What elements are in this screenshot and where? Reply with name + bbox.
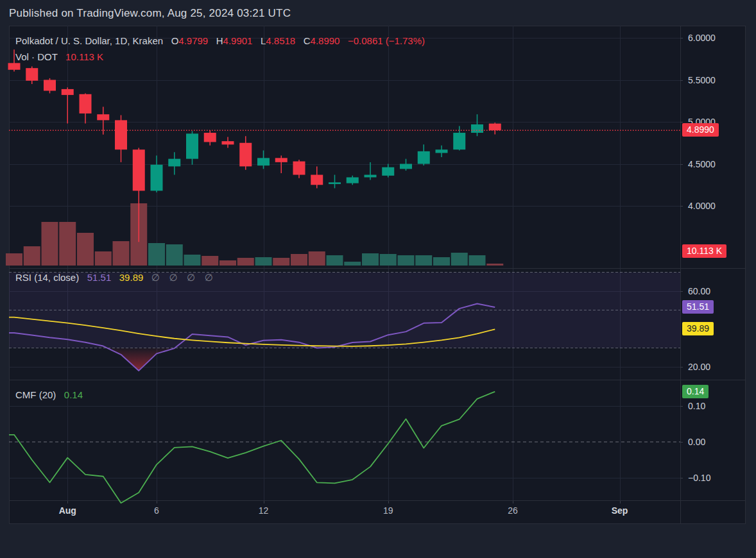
- time-axis-label[interactable]: 26: [508, 505, 518, 516]
- last-volume-badge: 10.113 K: [682, 244, 726, 258]
- rsi-empty-marker: ∅: [205, 272, 214, 283]
- rsi-axis-label: 60.00: [688, 285, 710, 297]
- rsi-ma-value: 39.89: [119, 272, 144, 283]
- price-axis-label: 6.0000: [688, 32, 716, 44]
- price-axis-label: 4.0000: [688, 200, 716, 212]
- rsi-empty-marker: ∅: [151, 272, 160, 283]
- price-axis-label: 4.5000: [688, 158, 716, 170]
- ohlc-high-label: H: [216, 35, 223, 46]
- rsi-empty-marker: ∅: [187, 272, 196, 283]
- cmf-axis-label: −0.10: [688, 472, 710, 484]
- ohlc-close-label: C: [304, 35, 311, 46]
- cmf-value: 0.14: [64, 389, 83, 400]
- published-header: Published on TradingView.com, Aug 25, 20…: [9, 7, 291, 20]
- volume-value: 10.113 K: [65, 51, 103, 62]
- ohlc-open-label: O: [171, 35, 179, 46]
- tradingview-snapshot-page: { "page": { "published_line": "Published…: [0, 0, 756, 558]
- footer-bar: TradingView: [0, 525, 756, 558]
- rsi-value: 51.51: [87, 272, 112, 283]
- rsi-value-badge: 51.51: [682, 300, 714, 314]
- cmf-title: CMF (20): [15, 389, 56, 400]
- cmf-axis-label: 0.10: [688, 400, 705, 412]
- rsi-empty-marker: ∅: [169, 272, 178, 283]
- rsi-title: RSI (14, close): [15, 272, 79, 283]
- rsi-axis-label: 20.00: [688, 361, 710, 373]
- time-axis-label[interactable]: Aug: [59, 505, 76, 516]
- rsi-ma-value-badge: 39.89: [682, 322, 714, 335]
- cmf-value-badge: 0.14: [682, 385, 709, 398]
- volume-label: Vol · DOT: [15, 51, 58, 62]
- volume-legend[interactable]: Vol · DOT 10.113 K: [15, 51, 103, 62]
- time-axis-label[interactable]: 19: [383, 505, 393, 516]
- time-axis-label[interactable]: Sep: [612, 505, 628, 516]
- symbol-title: Polkadot / U. S. Dollar, 1D, Kraken: [15, 35, 163, 46]
- ohlc-open-value: 4.9799: [178, 35, 208, 46]
- symbol-legend[interactable]: Polkadot / U. S. Dollar, 1D, Kraken O4.9…: [15, 35, 425, 46]
- change-value: −0.0861 (−1.73%): [348, 35, 425, 46]
- last-price-badge: 4.8990: [682, 123, 719, 137]
- price-axis-label: 5.5000: [688, 74, 716, 86]
- time-axis-label[interactable]: 6: [154, 505, 159, 516]
- cmf-axis-label: 0.00: [688, 436, 705, 448]
- rsi-legend[interactable]: RSI (14, close) 51.51 39.89 ∅ ∅ ∅ ∅: [15, 272, 214, 283]
- ohlc-low-value: 4.8518: [266, 35, 295, 46]
- cmf-legend[interactable]: CMF (20) 0.14: [15, 389, 83, 400]
- time-axis-label[interactable]: 12: [259, 505, 269, 516]
- ohlc-close-value: 4.8990: [311, 35, 340, 46]
- ohlc-high-value: 4.9901: [223, 35, 253, 46]
